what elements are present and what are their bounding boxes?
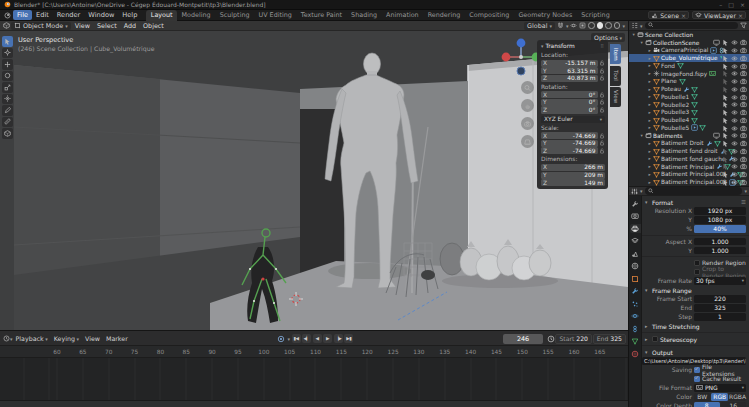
scale-field[interactable]: Y -74.669	[541, 140, 598, 147]
output-section-header[interactable]: ▾ Output	[642, 348, 749, 356]
outliner-item-label[interactable]: Poteau	[661, 86, 681, 92]
cursor-icon[interactable]	[722, 78, 729, 85]
nav-button-nav-zoom[interactable]	[521, 81, 534, 94]
options-button[interactable]: Options	[591, 33, 625, 42]
eye-icon[interactable]	[731, 55, 738, 62]
properties-tab-tool[interactable]	[630, 199, 641, 208]
outliner-row[interactable]: ▸ Poubelle2	[629, 101, 749, 109]
snap-magnet-icon[interactable]	[557, 22, 564, 29]
frame-range-section-header[interactable]: ▾ Frame Range	[642, 286, 749, 294]
outliner-row[interactable]: ▸ Poubelle1	[629, 93, 749, 101]
toolbar-button-tool-measure[interactable]	[2, 117, 13, 128]
camera-restrict-icon[interactable]	[740, 47, 747, 54]
color-depth-button[interactable]: 8	[694, 402, 720, 407]
cursor-icon[interactable]	[722, 101, 729, 108]
workspace-tab[interactable]: Rendering	[423, 10, 465, 21]
outliner-item-label[interactable]: Poubelle3	[661, 109, 689, 115]
lock-icon[interactable]	[599, 140, 605, 146]
cursor-icon[interactable]	[722, 132, 729, 139]
auto-keyframe-icon[interactable]	[276, 334, 286, 344]
outliner-row[interactable]: ▸ Poubelle3	[629, 109, 749, 117]
camera-restrict-icon[interactable]	[740, 148, 747, 155]
scale-field[interactable]: Z -74.669	[541, 147, 598, 154]
eye-icon[interactable]	[731, 101, 738, 108]
dimensions-field[interactable]: Y 209 m	[541, 172, 605, 179]
frame-rate-dropdown[interactable]: 30 fps▾	[694, 277, 746, 285]
timeline-menu[interactable]: Playback	[13, 335, 51, 342]
workspace-tab[interactable]: Compositing	[465, 10, 514, 21]
toolbar-button-tool-cursor[interactable]	[2, 48, 13, 59]
frame-end-field[interactable]: End325	[593, 334, 626, 344]
sidebar-tab[interactable]: View	[610, 87, 621, 107]
frame-start-field[interactable]: Start220	[555, 334, 592, 344]
outliner-item-label[interactable]: Poubelle4	[661, 117, 689, 123]
properties-tab-modifiers[interactable]	[630, 287, 641, 296]
transform-orientation-selector[interactable]: Global	[524, 22, 555, 30]
outliner-item-label[interactable]: CollectionScene	[653, 40, 699, 46]
dimensions-field[interactable]: Z 149 m	[541, 179, 605, 186]
outliner-row[interactable]: ▾ Batiments	[629, 132, 749, 140]
sidebar-tab[interactable]: Item	[610, 44, 621, 64]
cursor-icon[interactable]	[722, 148, 729, 155]
eye-icon[interactable]	[731, 63, 738, 70]
nav-button-nav-persp[interactable]	[521, 135, 534, 148]
collapse-caret-icon[interactable]: ▾	[541, 44, 543, 49]
outliner-item-label[interactable]: Batiment Droit	[661, 140, 704, 146]
eye-icon[interactable]	[731, 39, 738, 46]
current-frame-field[interactable]: 246	[503, 334, 543, 344]
stereoscopy-checkbox[interactable]	[652, 336, 658, 342]
editor-type-icon[interactable]	[3, 22, 10, 29]
keying-set-dropdown[interactable]	[288, 335, 291, 342]
menu[interactable]: Edit	[32, 10, 53, 20]
properties-tab-particles[interactable]	[630, 299, 641, 308]
xray-toggle-icon[interactable]	[579, 22, 586, 29]
time-stretching-section-header[interactable]: ▸ Time Stretching	[642, 322, 749, 330]
eye-icon[interactable]	[731, 179, 738, 186]
outliner-display-mode-icon[interactable]	[631, 22, 638, 29]
camera-restrict-icon[interactable]	[740, 86, 747, 93]
cache-result-checkbox[interactable]	[694, 376, 700, 382]
editor-type-icon[interactable]	[631, 188, 638, 195]
playback-button-jump-end[interactable]: ▶▮	[344, 334, 353, 344]
outliner-item-label[interactable]: Batiment Principal.001	[661, 171, 727, 177]
editor-type-dropdown[interactable]	[640, 187, 643, 195]
timeline-menu[interactable]: Keying	[51, 335, 82, 342]
eye-icon[interactable]	[731, 78, 738, 85]
unlink-scene-icon[interactable]: ×	[681, 12, 686, 19]
toolbar-button-tool-transform[interactable]	[2, 94, 13, 105]
outliner-search-input[interactable]	[645, 22, 738, 30]
outliner-row[interactable]: ▸ Cube_Volumétrique	[629, 54, 749, 62]
outliner-item-label[interactable]: Fond	[661, 63, 675, 69]
viewport-menu[interactable]: Object	[140, 22, 167, 30]
eye-icon[interactable]	[731, 148, 738, 155]
camera-restrict-icon[interactable]	[740, 117, 747, 124]
lock-icon[interactable]	[599, 92, 605, 98]
mode-selector[interactable]: Object Mode	[11, 22, 71, 30]
panel-drag-handle-icon[interactable]: ⠿	[600, 43, 604, 49]
lock-icon[interactable]	[599, 133, 605, 139]
outliner-item-label[interactable]: Poubelle1	[661, 94, 689, 100]
outliner-item-label[interactable]: CameraPrincipal	[661, 47, 708, 53]
outliner-row[interactable]: ▸ Batiment Droit	[629, 140, 749, 148]
timeline-menu[interactable]: View	[82, 335, 103, 342]
color-option-button[interactable]: RGB	[711, 393, 727, 401]
outliner-item-label[interactable]: Batiment Principal.002	[661, 179, 727, 185]
filter-icon[interactable]	[740, 22, 747, 29]
workspace-tab[interactable]: Geometry Nodes	[514, 10, 577, 21]
menu[interactable]: File	[13, 10, 32, 20]
maximize-button[interactable]: □	[728, 1, 734, 8]
outliner-item-label[interactable]: Plane	[661, 78, 677, 84]
cursor-icon[interactable]	[722, 63, 729, 70]
eye-icon[interactable]	[731, 163, 738, 170]
lock-icon[interactable]	[599, 60, 605, 66]
toolbar-button-tool-add-cube[interactable]	[2, 128, 13, 139]
menu[interactable]: Help	[118, 10, 141, 20]
properties-options-dropdown[interactable]	[744, 187, 747, 195]
outliner-row[interactable]: ▸ Batiment Principal.002	[629, 178, 749, 186]
rotation-field[interactable]: Z 0°	[541, 106, 598, 113]
camera-restrict-icon[interactable]	[740, 156, 747, 163]
properties-tab-physics[interactable]	[630, 312, 641, 321]
cursor-icon[interactable]	[722, 86, 729, 93]
color-option-button[interactable]: RGBA	[729, 393, 746, 401]
shading-mode-shading-solid[interactable]	[597, 22, 604, 29]
